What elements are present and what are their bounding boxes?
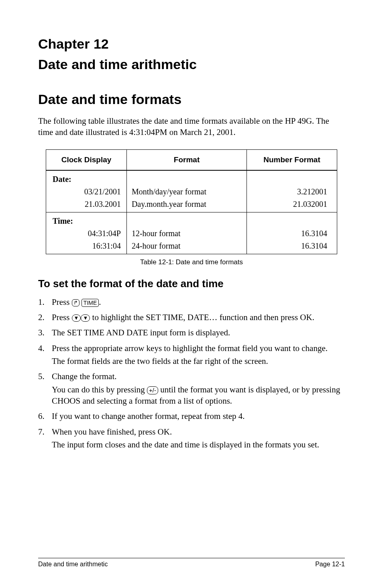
table-caption: Table 12-1: Date and time formats xyxy=(38,258,345,266)
step-5: Change the format. You can do this by pr… xyxy=(38,371,345,406)
step-2-text-b: to highlight the xyxy=(90,312,146,322)
date-format-2: Day.month.year format xyxy=(126,198,247,212)
date-number-1: 3.212001 xyxy=(247,186,337,198)
step-2-text-c: function and then press xyxy=(217,312,300,322)
date-number-2: 21.032001 xyxy=(247,198,337,212)
step-3-text-b: input form is displayed. xyxy=(148,328,230,337)
table-row: 03/21/2001 Month/day/year format 3.21200… xyxy=(46,186,337,198)
page-footer: Date and time arithmetic Page 12-1 xyxy=(38,558,345,568)
step-4-text-a: Press the appropriate arrow keys to high… xyxy=(52,343,328,353)
time-format-2: 24-hour format xyxy=(126,240,247,254)
footer-left: Date and time arithmetic xyxy=(38,561,108,568)
step-5-choos: CHOOS xyxy=(52,396,80,406)
down-arrow-key-icon: ▼ xyxy=(81,314,90,322)
table-header-number: Number Format xyxy=(247,149,337,170)
intro-text-2: on March 21, 2001. xyxy=(167,127,235,137)
step-7-text-b: . xyxy=(170,427,172,437)
time-display-2: 16:31:04 xyxy=(46,240,127,254)
step-6: If you want to change another format, re… xyxy=(38,410,345,422)
steps-list: Press ↱ TIME. Press ▼▼ to highlight the … xyxy=(38,296,345,451)
step-1-text-b: . xyxy=(99,297,101,307)
date-display-1: 03/21/2001 xyxy=(46,186,127,198)
step-4-text-b: The format fields are the two fields at … xyxy=(52,355,345,367)
down-arrow-key-icon: ▼ xyxy=(72,314,81,322)
table-row: 16:31:04 24-hour format 16.3104 xyxy=(46,240,337,254)
time-format-1: 12-hour format xyxy=(126,227,247,240)
format-table: Clock Display Format Number Format Date:… xyxy=(46,149,337,254)
step-1-text-a: Press xyxy=(52,297,72,307)
time-number-1: 16.3104 xyxy=(247,227,337,240)
plus-minus-key-icon: +/- xyxy=(147,386,158,394)
time-label: Time: xyxy=(46,212,127,227)
table-header-clock: Clock Display xyxy=(46,149,127,170)
time-display-1: 04:31:04P xyxy=(46,227,127,240)
step-2-text-a: Press xyxy=(52,312,72,322)
right-shift-key-icon: ↱ xyxy=(72,299,79,306)
date-label: Date: xyxy=(46,170,127,186)
step-2: Press ▼▼ to highlight the SET TIME, DATE… xyxy=(38,312,345,323)
table-cell xyxy=(247,170,337,186)
step-3-function: SET TIME AND DATE xyxy=(67,328,148,337)
date-format-1: Month/day/year format xyxy=(126,186,247,198)
chapter-title: Date and time arithmetic xyxy=(38,57,345,72)
step-4: Press the appropriate arrow keys to high… xyxy=(38,343,345,367)
section-title: Date and time formats xyxy=(38,92,345,107)
step-2-text-d: . xyxy=(312,312,314,322)
intro-pm: PM xyxy=(155,127,167,137)
intro-paragraph: The following table illustrates the date… xyxy=(38,115,345,138)
subsection-title: To set the format of the date and time xyxy=(38,278,345,290)
step-3: The SET TIME AND DATE input form is disp… xyxy=(38,327,345,338)
table-row: 04:31:04P 12-hour format 16.3104 xyxy=(46,227,337,240)
step-3-text-a: The xyxy=(52,328,67,337)
step-2-ok: OK xyxy=(300,312,312,322)
step-7-text-a: When you have finished, press xyxy=(52,427,158,437)
date-display-2: 21.03.2001 xyxy=(46,198,127,212)
step-5-text-a: Change the format. xyxy=(52,372,117,381)
step-2-function: SET TIME, DATE… xyxy=(146,312,217,322)
table-row: 21.03.2001 Day.month.year format 21.0320… xyxy=(46,198,337,212)
table-cell xyxy=(247,212,337,227)
table-cell xyxy=(126,170,247,186)
step-7-text-c: The input form closes and the date and t… xyxy=(52,439,345,450)
time-key-icon: TIME xyxy=(81,299,99,307)
footer-right: Page 12-1 xyxy=(315,561,345,568)
chapter-number: Chapter 12 xyxy=(38,36,345,52)
step-7-ok: OK xyxy=(158,427,170,437)
step-1: Press ↱ TIME. xyxy=(38,296,345,308)
step-5-text-b2: until the format you want is displayed, … xyxy=(158,385,340,394)
table-header-format: Format xyxy=(126,149,247,170)
table-cell xyxy=(126,212,247,227)
step-7: When you have finished, press OK. The in… xyxy=(38,426,345,451)
step-5-text-b3: and selecting a format from a list of op… xyxy=(80,396,232,406)
time-number-2: 16.3104 xyxy=(247,240,337,254)
step-5-text-b1: You can do this by pressing xyxy=(52,385,147,394)
